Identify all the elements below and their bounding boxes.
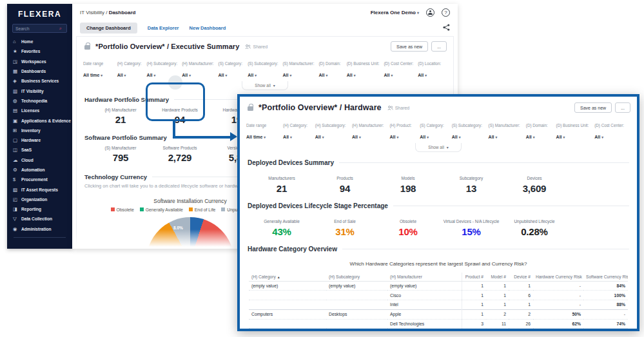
filter-dropdown[interactable]: (H) Subcategory: All▾ [315,118,347,141]
stat-tile[interactable]: (H) Manufacturer 21 [91,108,150,125]
col-product[interactable]: Product # [462,273,486,282]
sidebar-item[interactable]: ⌂ Home [7,37,72,46]
legend-item[interactable]: Obsolete [111,207,134,212]
filter-dropdown[interactable]: (H) Manufacturer: All▾ [352,118,385,141]
sidebar-item[interactable]: ◫ SaaS [7,145,72,155]
sidebar-item[interactable]: ◨ Reporting [7,204,72,214]
sidebar-item-icon: ▧ [13,187,21,193]
filter-value[interactable]: All▾ [347,73,356,77]
help-icon[interactable]: ? [442,8,450,17]
filter-dropdown[interactable]: (H) Manufacturer: All▾ [182,56,213,79]
search-input[interactable] [15,26,57,31]
filter-value[interactable]: All time▾ [246,135,266,139]
filter-value[interactable]: All▾ [248,73,257,77]
col-subcategory[interactable]: (H) Subcategory [326,273,387,282]
filter-dropdown[interactable]: (S) Manufacturer: All▾ [282,56,314,79]
col-device[interactable]: Device # [509,273,533,282]
col-category[interactable]: (H) Category▲ [249,273,326,282]
show-all-toggle[interactable]: Show all ▾ [415,143,462,152]
change-dashboard-button[interactable]: Change Dashboard [80,23,137,34]
col-model[interactable]: Model # [486,273,509,282]
save-as-new-button[interactable]: Save as new [574,102,612,113]
sidebar-item[interactable]: ▣ Applications & Evidence [7,115,72,125]
filter-value[interactable]: All▾ [384,73,393,77]
filter-value[interactable]: All time▾ [83,73,102,77]
filter-value[interactable]: All▾ [389,135,398,139]
filter-value[interactable]: All▾ [526,135,535,139]
sidebar-item[interactable]: ▧ IT Asset Requests [7,184,72,194]
account-menu[interactable]: Flexera One Demo▾ [371,10,419,15]
filter-value[interactable]: All▾ [452,135,461,139]
filter-dropdown[interactable]: (D) Domain: All▾ [526,118,552,141]
sidebar-search[interactable]: ⌕ [12,24,67,33]
filter-dropdown[interactable]: (D) Location: All▾ [418,56,442,79]
save-as-new-button[interactable]: Save as new [391,41,428,52]
filter-dropdown[interactable]: (D) Cost Center: All▾ [384,56,413,79]
filter-value[interactable]: All▾ [117,73,126,77]
sidebar-item[interactable]: ▽ Data Collection [7,214,72,224]
sidebar-item[interactable]: ⊞ Inventory [7,126,72,135]
filter-dropdown[interactable]: (D) Business Unit: All▾ [347,56,380,79]
filter-value[interactable]: All▾ [418,73,427,77]
filter-dropdown[interactable]: (S) Category: All▾ [420,118,447,141]
breadcrumb[interactable]: IT Visibility / Dashboard [80,10,135,15]
show-all-toggle[interactable]: Show all ▾ [242,81,288,90]
cell-subcategory [326,291,387,300]
filter-value[interactable]: All▾ [219,73,228,77]
filter-dropdown[interactable]: Date range All time▾ [246,118,278,141]
filter-value[interactable]: All▾ [182,73,191,77]
sidebar-item[interactable]: ▢ Hardware [7,135,72,145]
sidebar-item[interactable]: ◉ Administration [7,224,72,234]
panel-header: *Portfolio Overview* / Hardware Shared S… [240,97,637,116]
filter-value[interactable]: All▾ [489,135,498,139]
filter-dropdown[interactable]: (H) Product: All▾ [389,118,415,141]
deployed-devices-heading: Deployed Devices Summary [248,159,629,166]
search-icon[interactable]: ⌕ [57,26,64,31]
sidebar-item[interactable]: ◳ Workspaces [7,57,72,66]
avatar-icon[interactable] [426,8,434,17]
data-explorer-link[interactable]: Data Explorer [148,25,179,31]
filter-dropdown[interactable]: (S) Manufacturer: All▾ [489,118,522,141]
filter-value[interactable]: All▾ [352,135,361,139]
filter-dropdown[interactable]: Date range All time▾ [83,56,113,79]
filter-value[interactable]: All▾ [282,73,291,77]
filter-dropdown[interactable]: (D) Domain: All▾ [318,56,342,79]
breadcrumb-section[interactable]: IT Visibility [80,10,104,15]
sidebar-item[interactable]: $ Procurement [7,175,72,184]
sidebar-item[interactable]: ◰ Organization [7,195,72,204]
filter-dropdown[interactable]: (S) Subcategory: All▾ [248,56,278,79]
filter-value[interactable]: All▾ [147,73,156,77]
more-options-button[interactable]: ... [431,41,447,52]
filter-value[interactable]: All▾ [318,73,327,77]
col-hw-risk[interactable]: Hardware Currency Risk [533,273,583,282]
sidebar-item[interactable]: ◈ Business Services [7,76,72,86]
sidebar-item[interactable]: ☁ Cloud [7,155,72,165]
sidebar-item[interactable]: ▤ Licenses [7,106,72,115]
filter-dropdown[interactable]: (D) Cost Center: All▾ [594,118,626,141]
sidebar-item[interactable]: ◍ Technopedia [7,96,72,106]
filter-dropdown[interactable]: (H) Category: All▾ [283,118,311,141]
filter-value[interactable]: All▾ [315,135,324,139]
col-manufacturer[interactable]: (H) Manufacturer [387,273,462,282]
legend-item[interactable]: Generally Available [140,207,183,212]
legend-item[interactable]: End of Life [189,207,216,212]
filter-value[interactable]: All▾ [594,135,603,139]
new-dashboard-link[interactable]: New Dashboard [190,25,226,31]
pie-chart[interactable]: 43% 16% 8.0% [146,217,234,249]
sidebar-item[interactable]: ▥ IT Visibility [7,86,72,95]
col-sw-risk[interactable]: Software Currency Risk [583,273,628,282]
filter-value[interactable]: All▾ [556,135,565,139]
filter-dropdown[interactable]: (H) Category: All▾ [117,56,142,79]
stat-tile[interactable]: Software Products 2,729 [150,146,210,163]
filter-dropdown[interactable]: (S) Subcategory: All▾ [452,118,484,141]
sidebar-item[interactable]: ★ Favorites [7,46,72,56]
sidebar-item[interactable]: ▦ Dashboards [7,66,72,76]
filter-value[interactable]: All▾ [420,135,429,139]
filter-dropdown[interactable]: (D) Business Unit: All▾ [556,118,590,141]
stat-tile[interactable]: (S) Manufacturer 795 [91,146,150,163]
filter-value[interactable]: All▾ [283,135,292,139]
more-options-button[interactable]: ... [615,102,630,113]
share-icon[interactable] [443,22,450,34]
filter-dropdown[interactable]: (S) Category: All▾ [219,56,244,79]
sidebar-item[interactable]: ⚙ Automation [7,165,72,175]
